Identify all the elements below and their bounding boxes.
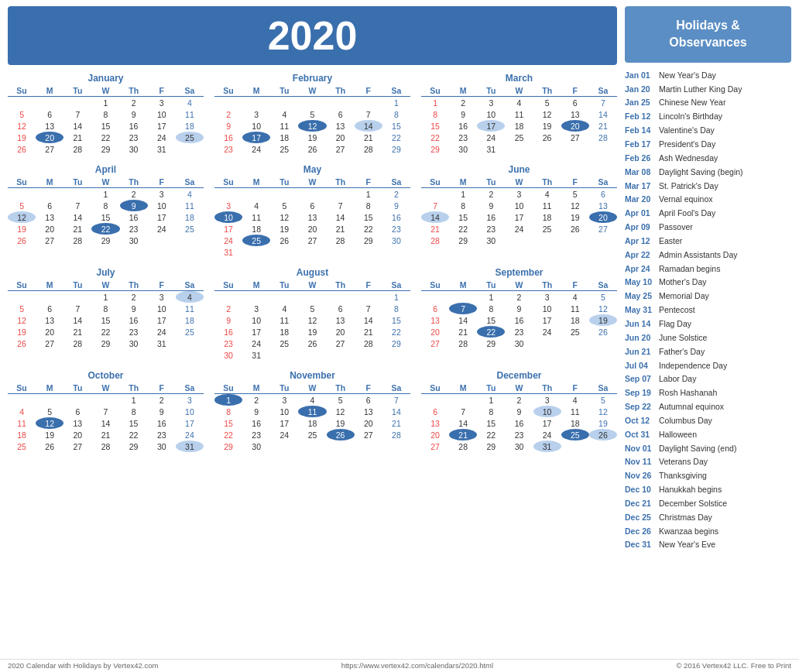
calendar-day: 28 [63, 338, 91, 349]
holiday-item: Nov 26Thanksgiving [625, 469, 791, 483]
day-header: F [355, 177, 382, 188]
calendar-day: 9 [242, 406, 270, 417]
holiday-name: Vernal equinox [659, 193, 712, 207]
calendar-day: 17 [176, 417, 204, 429]
calendar-day [355, 291, 382, 303]
calendar-day: 13 [421, 417, 449, 429]
calendar-day: 4 [561, 291, 589, 303]
day-header: M [36, 279, 63, 291]
holiday-name: Admin Assistants Day [659, 249, 738, 262]
calendar-day [8, 291, 36, 303]
day-header: M [242, 279, 270, 291]
calendar-day: 5 [589, 291, 617, 303]
calendar-day [63, 394, 91, 406]
calendar-day: 26 [8, 235, 36, 246]
day-header: Sa [176, 279, 204, 291]
day-header: Th [533, 382, 561, 394]
calendar-day: 29 [91, 235, 119, 246]
holiday-name: April Fool's Day [659, 207, 715, 221]
day-header: M [242, 85, 270, 97]
day-header: Sa [589, 177, 617, 188]
calendar-day: 28 [382, 429, 410, 441]
calendar-day: 10 [477, 108, 505, 120]
calendar-day: 4 [270, 303, 298, 314]
calendar-day: 17 [214, 223, 242, 235]
holiday-item: Mar 17St. Patrick's Day [625, 180, 791, 194]
holiday-date: Apr 24 [625, 262, 656, 276]
day-header: W [298, 177, 326, 188]
calendar-day: 8 [91, 303, 119, 314]
calendar-day: 27 [36, 235, 63, 246]
calendar-day: 27 [355, 429, 382, 441]
calendar-day: 2 [477, 188, 505, 201]
calendar-day: 16 [148, 417, 176, 429]
calendar-day [355, 349, 382, 361]
day-header: M [242, 382, 270, 394]
calendar-day: 20 [36, 326, 63, 338]
holiday-date: Feb 26 [625, 152, 656, 166]
day-header: M [242, 177, 270, 188]
month-name: July [8, 267, 204, 278]
holiday-item: Jun 14Flag Day [625, 317, 791, 331]
calendar-day: 26 [298, 143, 326, 155]
calendar-day: 19 [533, 120, 561, 132]
holiday-item: May 25Memorial Day [625, 290, 791, 303]
calendar-day: 10 [505, 200, 533, 211]
calendar-day: 22 [477, 326, 505, 338]
holiday-date: May 31 [625, 303, 656, 317]
calendar-day [589, 235, 617, 246]
calendar-day: 3 [242, 108, 270, 120]
day-header: Th [120, 382, 148, 394]
calendar-day [270, 349, 298, 361]
calendar-day: 21 [91, 429, 119, 441]
day-header: W [505, 382, 533, 394]
calendar-day: 25 [270, 143, 298, 155]
calendar-day: 27 [421, 338, 449, 349]
day-header: W [91, 85, 119, 97]
months-grid: JanuarySuMTuWThFSa1234567891011121314151… [8, 73, 617, 452]
day-header: Th [327, 382, 355, 394]
calendar-day: 27 [298, 235, 326, 246]
calendar-day: 3 [477, 97, 505, 109]
calendar-day: 26 [327, 429, 355, 441]
calendar-day: 24 [270, 429, 298, 441]
calendar-table: SuMTuWThFSa12345678910111213141516171819… [8, 177, 204, 246]
holiday-date: Jun 20 [625, 331, 656, 345]
calendar-day: 14 [382, 406, 410, 417]
month-block: JulySuMTuWThFSa1234567891011121314151617… [8, 267, 204, 361]
calendar-day: 13 [298, 211, 326, 223]
calendar-day [36, 394, 63, 406]
calendar-day: 23 [214, 338, 242, 349]
calendar-day: 1 [120, 394, 148, 406]
calendar-day: 1 [214, 394, 242, 406]
calendar-day: 18 [176, 120, 204, 132]
calendar-day: 31 [477, 143, 505, 155]
calendar-day: 8 [477, 406, 505, 417]
holiday-item: Feb 26Ash Wednesday [625, 152, 791, 166]
calendar-day: 8 [91, 200, 119, 211]
calendar-day: 11 [270, 120, 298, 132]
calendar-day: 16 [120, 314, 148, 326]
calendar-day: 21 [421, 223, 449, 235]
day-header: Tu [270, 382, 298, 394]
calendar-day: 15 [477, 314, 505, 326]
holiday-date: Jun 21 [625, 345, 656, 359]
calendar-day: 10 [148, 200, 176, 211]
holiday-date: Dec 31 [625, 538, 656, 552]
day-header: Tu [63, 279, 91, 291]
calendar-day: 23 [477, 223, 505, 235]
calendar-day: 20 [36, 132, 63, 143]
calendar-day: 18 [298, 417, 326, 429]
calendar-day: 18 [176, 314, 204, 326]
calendar-day: 17 [477, 120, 505, 132]
calendar-day [63, 291, 91, 303]
day-header: W [505, 279, 533, 291]
holiday-name: Labor Day [659, 372, 696, 386]
day-header: Sa [176, 85, 204, 97]
calendar-day: 29 [382, 143, 410, 155]
calendar-day [589, 338, 617, 349]
calendar-day: 11 [176, 303, 204, 314]
calendar-day: 15 [355, 211, 382, 223]
calendar-day: 27 [421, 441, 449, 452]
calendar-day: 2 [120, 188, 148, 201]
